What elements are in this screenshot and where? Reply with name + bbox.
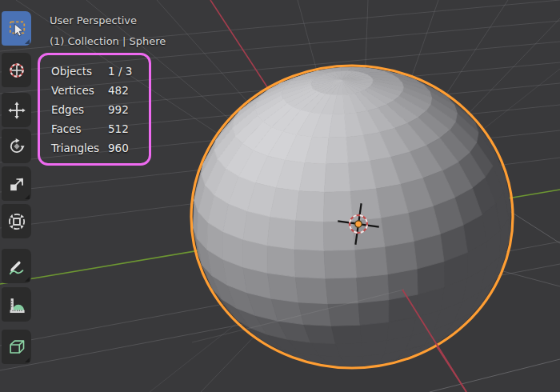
- stat-value: 512: [108, 122, 129, 135]
- stat-label: Objects: [51, 65, 108, 78]
- tool-add-cube[interactable]: [2, 330, 31, 364]
- annotate-icon: [7, 257, 26, 276]
- stat-label: Vertices: [51, 84, 108, 97]
- stat-vertices: Vertices 482: [51, 81, 149, 100]
- tool-measure[interactable]: [2, 287, 31, 322]
- move-icon: [7, 101, 26, 120]
- subtool-corner-indicator: [25, 277, 30, 282]
- blender-3d-viewport: User Perspective (1) Collection | Sphere…: [0, 0, 560, 392]
- tool-scale[interactable]: [2, 166, 31, 201]
- tool-cursor-3d[interactable]: [2, 53, 31, 87]
- stat-value: 1 / 3: [108, 65, 132, 78]
- transform-icon: [7, 212, 26, 231]
- measure-icon: [7, 295, 26, 314]
- add-cube-icon: [7, 338, 26, 357]
- stat-value: 482: [108, 84, 129, 97]
- stat-label: Faces: [51, 122, 108, 135]
- subtool-corner-indicator: [25, 358, 30, 362]
- stat-value: 960: [108, 142, 129, 154]
- tool-select-box[interactable]: [2, 11, 31, 46]
- tool-rotate[interactable]: [2, 129, 31, 163]
- scale-icon: [7, 174, 26, 194]
- object-origin-dot: [354, 220, 362, 227]
- subtool-corner-indicator: [25, 39, 30, 44]
- tool-annotate[interactable]: [2, 249, 31, 283]
- stat-label: Triangles: [51, 142, 108, 154]
- stat-objects: Objects 1 / 3: [51, 62, 149, 81]
- statistics-overlay: Objects 1 / 3 Vertices 482 Edges 992 Fac…: [38, 53, 151, 166]
- tool-transform[interactable]: [2, 204, 31, 238]
- stat-label: Edges: [51, 103, 108, 116]
- tool-move[interactable]: [2, 93, 31, 127]
- stat-faces: Faces 512: [51, 119, 149, 138]
- cursor-tool-icon: [7, 61, 26, 80]
- stat-triangles: Triangles 960: [51, 138, 149, 158]
- stat-edges: Edges 992: [51, 100, 149, 119]
- select-box-icon: [7, 19, 26, 38]
- rotate-icon: [7, 137, 26, 156]
- stat-value: 992: [108, 103, 129, 116]
- subtool-corner-indicator: [25, 194, 30, 199]
